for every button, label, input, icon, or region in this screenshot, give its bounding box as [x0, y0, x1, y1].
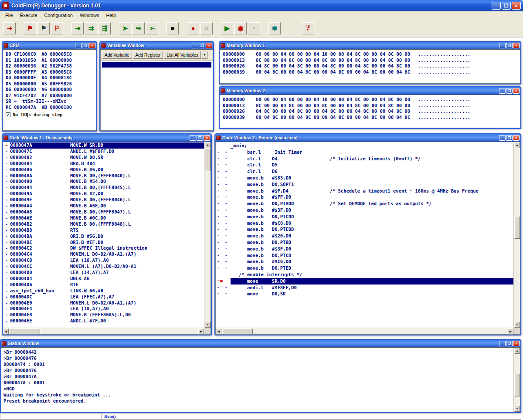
code-window-1-titlebar[interactable]: Code Window 1 : Disassembly [3, 134, 211, 142]
disassembly-line[interactable]: - 000004EE ANDI.L #7F,D0 [3, 318, 204, 324]
list-variables-dropdown-icon[interactable] [202, 51, 207, 59]
disassembly-line[interactable]: - 000004D0 LEA (14,A7),A7 [3, 270, 204, 276]
breakpoint-gutter[interactable]: - [3, 276, 10, 282]
breakpoint-gutter[interactable]: - - [216, 175, 231, 181]
variables-toolbar-button[interactable]: Add Register [133, 51, 163, 59]
scroll-up-icon[interactable] [514, 142, 520, 148]
scrollbar-thumb[interactable] [10, 329, 40, 334]
memory-row[interactable]: 00000026 04 8C 00 00 04 8C 00 00 04 8C 0… [223, 63, 519, 69]
vertical-scrollbar[interactable] [204, 142, 211, 328]
refresh-windows-button[interactable]: ✾ [268, 22, 281, 34]
menu-item[interactable]: File [2, 12, 17, 18]
disassembly-line[interactable]: - 000004B2 MOVE.B D0,(FFFF8048).L [3, 221, 204, 227]
disassembly-line[interactable]: - 000004C8 LEA (18,A7),A0 [3, 257, 204, 264]
breakpoint-gutter[interactable]: - [3, 167, 10, 173]
source-line[interactable]: - - move.b D0,PTBD [216, 239, 513, 246]
maximize-button[interactable] [506, 341, 513, 346]
breakpoint-gutter[interactable]: - [3, 179, 10, 185]
breakpoint-gutter[interactable]: - - [216, 220, 231, 227]
breakpoint-gutter[interactable]: ➡● [216, 278, 231, 285]
breakpoint-gutter[interactable]: - [3, 197, 10, 203]
memory-row[interactable]: 00000039 00 04 8C 00 00 04 8C 00 00 04 8… [223, 69, 519, 75]
memory-window-1-titlebar[interactable]: Memory Window 1 [220, 42, 520, 49]
variables-window-titlebar[interactable]: Variables Window [100, 42, 213, 49]
memory-row[interactable]: 00000000 00 00 00 04 00 00 00 04 10 00 0… [223, 51, 519, 58]
disassembly-line[interactable]: - 00000482 MOVE.W D0,SR [3, 155, 204, 161]
cpu-window-titlebar[interactable]: CPU [3, 42, 96, 49]
breakpoint-gutter[interactable]: - - [216, 149, 231, 156]
breakpoint-gutter[interactable]: - - [216, 188, 231, 194]
step-out-button[interactable]: ⇶ [98, 22, 111, 34]
close-button[interactable] [513, 341, 520, 346]
close-button[interactable] [206, 43, 212, 48]
maximize-button[interactable] [506, 88, 513, 94]
breakpoint-gutter[interactable]: - - [216, 213, 231, 220]
source-line[interactable]: - - move.b #$3F,D0 [216, 246, 513, 252]
scroll-left-icon[interactable] [216, 329, 221, 334]
maximize-button[interactable] [506, 135, 513, 141]
scrollbar-thumb[interactable] [514, 374, 520, 396]
breakpoint-gutter[interactable]: - - [216, 291, 231, 297]
stop-on-breakpoint-button[interactable]: ◉ [234, 22, 247, 34]
source-line[interactable]: - - move.b #$C0,D0 [216, 220, 513, 227]
breakpoint-gutter[interactable] [216, 271, 231, 278]
scroll-down-icon[interactable] [514, 322, 520, 328]
main-titlebar[interactable]: ColdFire(R) Debugger - Version 1.01 [0, 0, 523, 11]
scroll-left-icon[interactable] [3, 329, 9, 334]
breakpoint-gutter[interactable]: - [3, 312, 10, 318]
breakpoint-gutter[interactable]: - [3, 270, 10, 276]
source-line[interactable]: - - bsr.l _Init_Timer [216, 149, 513, 156]
run-button[interactable]: ➤ [119, 22, 131, 34]
breakpoint-gutter[interactable]: - - [216, 265, 231, 271]
maximize-button[interactable] [502, 2, 511, 10]
close-button[interactable] [512, 2, 521, 10]
breakpoint-gutter[interactable]: - [3, 191, 10, 197]
minimize-button[interactable] [492, 2, 501, 10]
source-line[interactable]: _main; [216, 142, 513, 149]
breakpoint-gutter[interactable]: - [3, 264, 10, 270]
status-window-titlebar[interactable]: Status Window [1, 340, 520, 347]
breakpoint-gutter[interactable]: - [3, 221, 10, 227]
close-button[interactable] [204, 135, 210, 141]
breakpoint-gutter[interactable]: - [3, 306, 10, 312]
breakpoint-gutter[interactable]: · [3, 240, 10, 246]
go-to-breakpoint-button[interactable]: ▶ [221, 22, 233, 34]
no-irq-checkbox[interactable] [6, 112, 10, 117]
maximize-button[interactable] [82, 43, 88, 48]
source-line[interactable]: - - move.b D0,SOPT1 [216, 181, 513, 188]
memory-row[interactable]: 00000039 00 04 8C 00 00 04 8C 00 00 04 8… [223, 115, 519, 121]
breakpoint-gutter[interactable] [216, 142, 231, 149]
minimize-button[interactable] [190, 135, 196, 141]
breakpoint-list-button[interactable]: ⚑ [37, 22, 50, 34]
breakpoint-gutter[interactable]: - [3, 203, 10, 209]
toggle-breakpoint-button[interactable]: ⚑ [24, 22, 36, 34]
clear-all-breakpoints-button[interactable]: ⚐ [51, 22, 63, 34]
breakpoint-gutter[interactable]: - [3, 155, 10, 161]
code-window-2-titlebar[interactable]: Code Window 2 : Source (main.asm) [215, 134, 520, 142]
reset-button[interactable]: ➜ [3, 22, 16, 34]
minimize-button[interactable] [499, 43, 506, 48]
source-line[interactable]: - - move.b D0,PTBDD /* Set DEMOQE led po… [216, 200, 513, 207]
menu-item[interactable]: Help [103, 12, 120, 18]
breakpoint-gutter[interactable]: - [3, 318, 10, 324]
breakpoint-gutter[interactable]: - [3, 251, 10, 257]
source-line[interactable]: - - clr.l D5 [216, 162, 513, 168]
breakpoint-gutter[interactable]: - - [216, 239, 231, 246]
disassembly-line[interactable]: - 0000049A MOVE.B #2,D0 [3, 191, 204, 197]
memory-window-2-titlebar[interactable]: Memory Window 2 [220, 87, 520, 95]
breakpoint-gutter[interactable]: ➡ [3, 142, 10, 149]
source-line[interactable]: - - move.b #$C0,D0 [216, 258, 513, 265]
disassembly-line[interactable]: - 000004C2 DW $FFEC Illegal instruction [3, 245, 204, 251]
source-line[interactable]: - - move.b D0,PTED [216, 265, 513, 271]
breakpoint-gutter[interactable]: - [3, 294, 10, 300]
breakpoint-gutter[interactable]: - [3, 209, 10, 215]
disassembly-line[interactable]: - 000004E4 LEA (18,A7),A0 [3, 306, 204, 312]
scrollbar-thumb[interactable] [222, 329, 253, 334]
breakpoint-gutter[interactable]: - - [216, 168, 231, 175]
source-line[interactable]: - - move.b D0,PTCDD [216, 213, 513, 220]
breakpoint-gutter[interactable]: - - [216, 207, 231, 213]
variables-list[interactable] [101, 61, 213, 69]
breakpoint-gutter[interactable]: - - [216, 285, 231, 291]
source-line[interactable]: - - move.b #$3F,D0 [216, 207, 513, 213]
menu-item[interactable]: Execute [17, 12, 41, 18]
